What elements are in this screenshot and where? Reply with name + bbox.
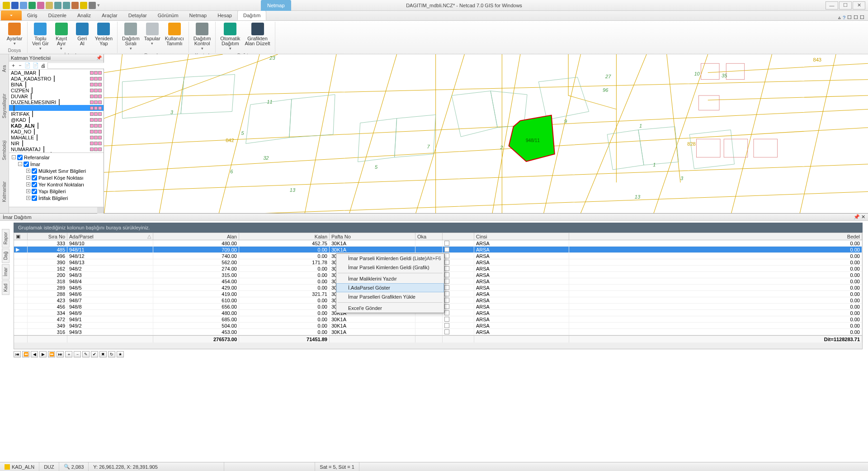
oka-checkbox[interactable] xyxy=(444,329,449,334)
layer-toggles[interactable] xyxy=(90,147,102,151)
oka-checkbox[interactable] xyxy=(444,272,449,277)
table-row[interactable]: 472949/1685.000.0030K1AARSA0.00 xyxy=(14,316,862,323)
table-row[interactable]: ▶485948/11709.000.0030K1AARSA0.00 xyxy=(14,247,862,253)
oka-checkbox[interactable] xyxy=(444,317,449,322)
layer-print-icon[interactable]: 🖨 xyxy=(41,63,46,68)
col-header-pafta-no[interactable]: Pafta No xyxy=(330,233,415,240)
qat-redo-icon[interactable] xyxy=(63,2,70,9)
layer-item-kad_no[interactable]: KAD_NO xyxy=(9,128,104,134)
ribbon-btn-tapular[interactable]: Tapular▾ xyxy=(142,22,162,47)
nav-last-icon[interactable]: ⏭ xyxy=(57,351,64,357)
ribbon-tab-araçlar[interactable]: Araçlar xyxy=(96,10,123,20)
layer-db-icon[interactable]: 📄 xyxy=(24,62,31,68)
layer-item-cizpen[interactable]: CIZPEN xyxy=(9,87,104,93)
grid-hscroll[interactable] xyxy=(14,343,862,349)
status-zoom[interactable]: 🔍 2,083 xyxy=(59,462,89,471)
nav-add-icon[interactable]: ＋ xyxy=(65,351,72,357)
oka-checkbox[interactable] xyxy=(444,253,449,258)
ribbon-tab-netmap[interactable]: Netmap xyxy=(184,10,212,20)
side-tab-rapor[interactable]: Rapor xyxy=(2,229,9,247)
layer-toggles[interactable] xyxy=(90,89,102,92)
remove-layer-icon[interactable]: － xyxy=(18,62,23,69)
ribbon-btn-dağıtım-kontrol[interactable]: DağıtımKontrol▾ xyxy=(192,22,213,52)
pin-icon[interactable]: ☐ xyxy=(854,14,858,20)
tree-checkbox[interactable] xyxy=(32,175,37,181)
nav-refresh-icon[interactable]: ↻ xyxy=(108,351,115,357)
grid-context-menu[interactable]: İmar Parseli Kimlerden Geldi (Liste)Alt+… xyxy=(336,253,444,313)
layer-toggles[interactable] xyxy=(90,112,102,116)
qat-globe-icon[interactable] xyxy=(37,2,44,9)
table-row[interactable]: 333948/10480.00452.7530K1AARSA0.00 xyxy=(14,240,862,247)
qat-save-icon[interactable] xyxy=(11,2,19,9)
status-mode[interactable]: DUZ xyxy=(39,462,59,471)
ribbon-btn-grafikten-alan-düzelt[interactable]: GrafiktenAlan Düzelt xyxy=(243,22,272,47)
layer-item-kad_aln[interactable]: KAD_ALN xyxy=(9,123,104,128)
ctx--mar-maliklerini-yazd-r[interactable]: İmar Maliklerini Yazdır xyxy=(336,274,444,283)
layer-item-duvar[interactable]: DUVAR xyxy=(9,93,104,99)
layer-toggles[interactable] xyxy=(90,106,102,110)
layer-item-ada_kadastro[interactable]: ADA_KADASTRO xyxy=(9,76,104,81)
col-header-oka[interactable]: Oka xyxy=(415,233,443,240)
ribbon-btn-dağıtım-sıralı[interactable]: DağıtımSıralı▾ xyxy=(120,22,142,52)
side-tab-semboloji[interactable]: Semboloji xyxy=(2,140,7,160)
ribbon-tab-hesap[interactable]: Hesap xyxy=(212,10,237,20)
layer-toggles[interactable] xyxy=(90,71,102,75)
qat-dropdown-icon[interactable]: ▾ xyxy=(97,2,100,8)
layer-toggles[interactable] xyxy=(90,130,102,133)
layer-item-@kad[interactable]: @KAD xyxy=(9,117,104,123)
nav-cancel-icon[interactable]: ✖ xyxy=(99,351,107,357)
tree-node-mülkiyet-sınır-bilgileri[interactable]: +Mülkiyet Sınır Bilgileri xyxy=(10,167,103,174)
layer-item-bina[interactable]: BINA xyxy=(9,81,104,87)
qat-list-icon[interactable] xyxy=(71,2,79,9)
rib-close-icon[interactable]: ☐ xyxy=(860,14,864,20)
side-tab-dağ[interactable]: Dağ xyxy=(2,248,9,263)
panel-hscroll[interactable] xyxy=(9,207,104,213)
layer-toggles[interactable] xyxy=(90,95,102,98)
nav-prevpage-icon[interactable]: ⏪ xyxy=(22,351,29,357)
netmap-context-tab[interactable]: Netmap xyxy=(261,0,291,11)
nav-nextpage-icon[interactable]: ⏩ xyxy=(48,351,55,357)
oka-checkbox[interactable] xyxy=(444,298,449,303)
options-icon[interactable]: ☐ xyxy=(847,14,852,20)
ribbon-min-icon[interactable]: ▵ xyxy=(838,14,841,20)
tree-node-referanslar[interactable]: -Referanslar xyxy=(10,154,103,161)
pin-icon[interactable]: 📌 xyxy=(96,55,102,60)
nav-remove-icon[interactable]: － xyxy=(74,351,81,357)
nav-next-icon[interactable]: ▶ xyxy=(39,351,47,357)
nav-edit-icon[interactable]: ✎ xyxy=(82,351,90,357)
col-header-indicator[interactable]: ▣ xyxy=(14,233,28,240)
layer-toggles[interactable] xyxy=(90,100,102,104)
layer-toggles[interactable] xyxy=(90,142,102,145)
status-active-layer[interactable]: KAD_ALN xyxy=(0,462,39,471)
qat-cross-icon[interactable] xyxy=(89,2,96,9)
tree-checkbox[interactable] xyxy=(32,189,37,194)
map-viewport[interactable]: 948/11 23 3 5 6 11 32 13 842 5 7 27 10 3… xyxy=(104,54,868,213)
tree-checkbox[interactable] xyxy=(32,182,37,187)
layer-toggles[interactable] xyxy=(90,118,102,122)
col-header-kalan[interactable]: Kalan xyxy=(239,233,330,240)
layer-toggles[interactable] xyxy=(90,83,102,86)
layer-list[interactable]: ADA_IMARADA_KADASTROBINACIZPENDUVARDUZEN… xyxy=(9,70,104,153)
ribbon-btn-toplu-veri-gir[interactable]: TopluVeri Gir▾ xyxy=(30,22,51,52)
oka-checkbox[interactable] xyxy=(444,285,449,290)
tree-node-yer-kontrol-noktaları[interactable]: +Yer Kontrol Noktaları xyxy=(10,181,103,188)
layer-item-nir[interactable]: NIR xyxy=(9,140,104,146)
panel-close-icon[interactable]: ✕ xyxy=(861,214,865,220)
ribbon-btn-kullanıcı-tanımlı[interactable]: KullanıcıTanımlı xyxy=(163,22,186,47)
tree-node-i̇rtifak-bilgileri[interactable]: +İrtifak Bilgileri xyxy=(10,195,103,201)
qat-undo-icon[interactable] xyxy=(54,2,61,9)
ribbon-tab-görünüm[interactable]: Görünüm xyxy=(152,10,184,20)
layer-toggles[interactable] xyxy=(90,124,102,128)
map-canvas[interactable]: 948/11 23 3 5 6 11 32 13 842 5 7 27 10 3… xyxy=(104,54,868,213)
ribbon-btn-kayıt-ayır[interactable]: KayıtAyır▾ xyxy=(52,22,71,52)
tree-checkbox[interactable] xyxy=(24,162,29,167)
file-tab[interactable] xyxy=(1,10,22,20)
close-button[interactable]: ✕ xyxy=(853,1,865,10)
minimize-button[interactable]: — xyxy=(826,1,838,10)
tree-checkbox[interactable] xyxy=(32,168,37,174)
layer-db2-icon[interactable]: 📄 xyxy=(33,62,39,68)
col-header-sıra-no[interactable]: Sıra No xyxy=(28,233,67,240)
ribbon-btn-ayarlar[interactable]: Ayarlar▾ xyxy=(5,22,24,47)
layer-item-numarataj[interactable]: NUMARATAJ xyxy=(9,146,104,152)
ctx--mar-parselleri-grafikten-y-kle[interactable]: İmar Parselleri Grafikten Yükle xyxy=(336,292,444,301)
